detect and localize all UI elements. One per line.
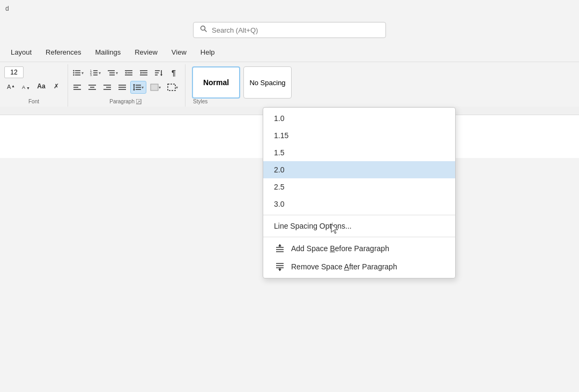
menu-item-references[interactable]: References — [39, 46, 87, 58]
svg-marker-51 — [133, 84, 135, 85]
ribbon: 12 A▲ A▼ Aa ✗ Font — [0, 62, 579, 107]
dropdown-separator-2 — [263, 237, 455, 237]
remove-space-after-item[interactable]: Remove Space After Paragraph — [263, 258, 455, 276]
align-center-button[interactable] — [85, 81, 99, 94]
numbered-list-button[interactable]: 1.2.3. ▾ — [87, 66, 103, 79]
line-spacing-2-5[interactable]: 2.5 — [263, 178, 455, 195]
svg-text:A: A — [7, 84, 11, 90]
search-input[interactable] — [212, 26, 379, 34]
window-title: d — [5, 5, 9, 12]
menu-item-layout[interactable]: Layout — [4, 46, 38, 58]
line-spacing-dropdown: 1.0 1.15 1.5 2.0 2.5 3.0 Line Spacing Op… — [263, 107, 456, 278]
spacing-value-1-15: 1.15 — [274, 131, 289, 140]
grow-font-button[interactable]: A▲ — [4, 80, 18, 93]
spacing-value-2-5: 2.5 — [274, 183, 289, 191]
dropdown-separator-1 — [263, 215, 455, 215]
spacing-value-1-5: 1.5 — [274, 148, 289, 157]
justify-button[interactable] — [115, 81, 129, 94]
style-normal-label: Normal — [203, 78, 229, 87]
menu-item-mailings[interactable]: Mailings — [89, 46, 128, 58]
menu-item-review[interactable]: Review — [128, 46, 164, 58]
search-icon — [200, 25, 207, 35]
svg-rect-53 — [151, 84, 158, 91]
svg-point-9 — [73, 70, 74, 71]
style-no-spacing[interactable]: No Spacing — [243, 66, 292, 99]
menu-item-view[interactable]: View — [165, 46, 193, 58]
increase-indent-button[interactable] — [137, 66, 151, 79]
menu-item-help[interactable]: Help — [194, 46, 221, 58]
svg-marker-28 — [140, 72, 142, 74]
search-box[interactable] — [193, 22, 386, 38]
line-spacing-1-15[interactable]: 1.15 — [263, 127, 455, 144]
line-spacing-button[interactable]: ▾ — [130, 81, 146, 94]
svg-marker-33 — [160, 74, 162, 76]
menu-bar: Layout References Mailings Review View H… — [0, 43, 579, 62]
clear-formatting-button[interactable]: ✗ — [49, 80, 63, 93]
spacing-value-3-0: 3.0 — [274, 200, 289, 208]
window-chrome: d — [0, 0, 579, 17]
line-spacing-2-0[interactable]: 2.0 — [263, 161, 455, 178]
svg-line-1 — [205, 30, 207, 32]
svg-text:A: A — [22, 85, 25, 90]
sort-button[interactable] — [152, 66, 166, 79]
font-section-label: Font — [4, 99, 63, 107]
shading-button[interactable]: ▾ — [147, 81, 164, 94]
show-paragraph-button[interactable]: ¶ — [167, 66, 181, 79]
style-normal[interactable]: Normal — [192, 66, 240, 99]
styles-section-label: Styles — [192, 99, 575, 107]
add-space-before-label: Add Space Before Paragraph — [291, 244, 389, 253]
change-case-button[interactable]: Aa — [34, 80, 48, 93]
svg-text:3.: 3. — [90, 73, 92, 77]
line-spacing-1-5[interactable]: 1.5 — [263, 144, 455, 161]
line-spacing-1-0[interactable]: 1.0 — [263, 110, 455, 127]
svg-text:▲: ▲ — [11, 84, 15, 88]
remove-space-after-icon — [274, 262, 286, 272]
border-button[interactable]: ▾ — [165, 81, 181, 94]
line-spacing-3-0[interactable]: 3.0 — [263, 195, 455, 213]
spacing-value-1-0: 1.0 — [274, 114, 289, 123]
svg-text:↗: ↗ — [137, 100, 140, 104]
spacing-value-2-0: 2.0 — [274, 165, 289, 174]
remove-space-after-label: Remove Space After Paragraph — [291, 262, 397, 271]
align-right-button[interactable] — [100, 81, 114, 94]
svg-point-10 — [73, 72, 74, 73]
svg-marker-52 — [133, 89, 135, 91]
line-spacing-options-item[interactable]: Line Spacing Options... — [263, 217, 455, 235]
decrease-indent-button[interactable] — [122, 66, 136, 79]
shrink-font-button[interactable]: A▼ — [19, 80, 33, 93]
align-left-button[interactable] — [70, 81, 84, 94]
paragraph-section-label: Paragraph ↗ — [70, 99, 181, 107]
style-no-spacing-label: No Spacing — [249, 79, 285, 87]
svg-marker-24 — [125, 72, 127, 74]
font-size-input[interactable]: 12 — [4, 66, 24, 78]
multilevel-list-button[interactable]: ▾ — [105, 66, 121, 79]
add-space-before-item[interactable]: Add Space Before Paragraph — [263, 239, 455, 258]
svg-text:▼: ▼ — [26, 86, 30, 90]
add-space-before-icon — [274, 244, 286, 253]
bullet-list-button[interactable]: ▾ — [70, 66, 86, 79]
svg-rect-55 — [168, 84, 175, 91]
svg-point-11 — [73, 74, 74, 76]
line-spacing-options-label: Line Spacing Options... — [274, 222, 352, 230]
title-bar — [0, 17, 579, 43]
